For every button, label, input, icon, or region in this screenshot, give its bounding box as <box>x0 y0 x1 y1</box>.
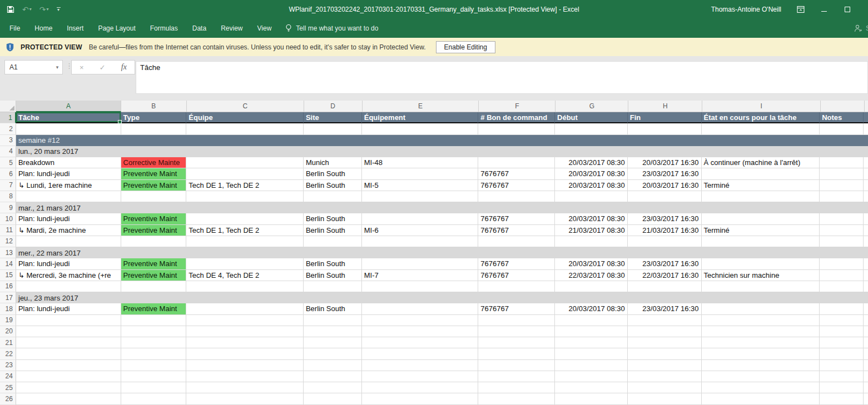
cell-F5[interactable] <box>478 157 555 168</box>
column-header-k[interactable] <box>865 101 868 112</box>
day-band-row[interactable]: lun., 20 mars 2017 <box>16 146 868 157</box>
cell-D24[interactable] <box>304 371 362 382</box>
cell-C21[interactable] <box>186 337 304 348</box>
cell-E20[interactable] <box>362 326 479 337</box>
cell-I11[interactable]: Terminé <box>702 225 820 236</box>
cell-G6[interactable]: 20/03/2017 08:30 <box>555 168 628 179</box>
row-header-13[interactable]: 13 <box>0 247 16 258</box>
cell-G23[interactable] <box>555 360 628 371</box>
cell-K24[interactable] <box>864 371 868 382</box>
cell-I10[interactable] <box>702 213 820 224</box>
cell-H6[interactable]: 23/03/2017 16:30 <box>628 168 702 179</box>
save-icon[interactable] <box>7 6 14 13</box>
cell-H10[interactable]: 23/03/2017 16:30 <box>628 213 702 224</box>
cell-H8[interactable] <box>628 191 702 202</box>
cell-D6[interactable]: Berlin South <box>304 168 362 179</box>
cell-B14[interactable]: Preventive Maint <box>121 258 187 269</box>
cell-H20[interactable] <box>628 326 702 337</box>
row-header-6[interactable]: 6 <box>0 168 16 179</box>
cell-K22[interactable] <box>864 348 868 359</box>
cell-G21[interactable] <box>555 337 628 348</box>
cell-F21[interactable] <box>478 337 555 348</box>
cell-K1[interactable] <box>864 112 868 123</box>
column-header-i[interactable]: I <box>702 101 821 112</box>
row-header-24[interactable]: 24 <box>0 371 16 382</box>
cell-K20[interactable] <box>864 326 868 337</box>
cell-A15[interactable]: ↳ Mercredi, 3e machine (+re <box>16 270 121 281</box>
cell-A5[interactable]: Breakdown <box>16 157 121 168</box>
cell-G19[interactable] <box>555 315 628 326</box>
cell-I2[interactable] <box>702 123 820 134</box>
cell-B10[interactable]: Preventive Maint <box>121 213 187 224</box>
cell-E5[interactable]: MI-48 <box>362 157 479 168</box>
undo-icon[interactable]: ↶▾ <box>22 6 32 13</box>
cell-G14[interactable]: 20/03/2017 08:30 <box>555 258 628 269</box>
cell-B24[interactable] <box>121 371 187 382</box>
ribbon-tab-insert[interactable]: Insert <box>59 18 91 38</box>
cell-J8[interactable] <box>820 191 864 202</box>
cell-G15[interactable]: 22/03/2017 08:30 <box>555 270 628 281</box>
cell-E26[interactable] <box>362 393 479 404</box>
cell-H24[interactable] <box>628 371 702 382</box>
cell-H12[interactable] <box>628 236 702 247</box>
row-header-7[interactable]: 7 <box>0 180 16 191</box>
cell-D14[interactable]: Berlin South <box>304 258 362 269</box>
cell-D8[interactable] <box>304 191 362 202</box>
share-button[interactable]: S <box>854 24 868 32</box>
cell-A18[interactable]: Plan: lundi-jeudi <box>16 303 121 314</box>
ribbon-tab-view[interactable]: View <box>250 18 279 38</box>
cell-B11[interactable]: Preventive Maint <box>121 225 187 236</box>
cell-I18[interactable] <box>702 303 820 314</box>
cell-J12[interactable] <box>820 236 864 247</box>
cell-C2[interactable] <box>186 123 304 134</box>
cell-J7[interactable] <box>820 180 864 191</box>
cell-C7[interactable]: Tech DE 1, Tech DE 2 <box>186 180 304 191</box>
cell-E23[interactable] <box>362 360 479 371</box>
week-band-row[interactable]: semaine #12 <box>16 135 868 146</box>
column-header-e[interactable]: E <box>363 101 479 112</box>
cell-I20[interactable] <box>702 326 820 337</box>
cell-J11[interactable] <box>820 225 864 236</box>
cell-K15[interactable] <box>864 270 868 281</box>
cell-C1[interactable]: Équipe <box>186 112 304 123</box>
cell-C23[interactable] <box>186 360 304 371</box>
cell-E18[interactable] <box>362 303 479 314</box>
cell-B21[interactable] <box>121 337 187 348</box>
column-header-j[interactable] <box>821 101 865 112</box>
row-header-10[interactable]: 10 <box>0 213 16 224</box>
cell-K10[interactable] <box>864 213 868 224</box>
cell-J23[interactable] <box>820 360 864 371</box>
cell-D26[interactable] <box>304 393 362 404</box>
column-header-h[interactable]: H <box>628 101 702 112</box>
cell-D5[interactable]: Munich <box>304 157 362 168</box>
cell-J21[interactable] <box>820 337 864 348</box>
row-header-18[interactable]: 18 <box>0 303 16 314</box>
cell-H26[interactable] <box>628 393 702 404</box>
cell-G2[interactable] <box>555 123 628 134</box>
cell-D1[interactable]: Site <box>304 112 362 123</box>
cell-F19[interactable] <box>478 315 555 326</box>
cell-G1[interactable]: Début <box>555 112 628 123</box>
cell-A6[interactable]: Plan: lundi-jeudi <box>16 168 121 179</box>
enter-icon[interactable]: ✓ <box>100 63 106 72</box>
cell-G8[interactable] <box>555 191 628 202</box>
ribbon-tab-formulas[interactable]: Formulas <box>143 18 185 38</box>
row-header-23[interactable]: 23 <box>0 360 16 371</box>
day-band-row[interactable]: mer., 22 mars 2017 <box>16 247 868 258</box>
cell-F18[interactable]: 7676767 <box>478 303 555 314</box>
cell-F20[interactable] <box>478 326 555 337</box>
cell-C5[interactable] <box>186 157 304 168</box>
cell-D25[interactable] <box>304 382 362 393</box>
cell-B19[interactable] <box>121 315 187 326</box>
cell-K16[interactable] <box>864 281 868 292</box>
cell-E24[interactable] <box>362 371 479 382</box>
cell-D12[interactable] <box>304 236 362 247</box>
cell-H25[interactable] <box>628 382 702 393</box>
cell-F6[interactable]: 7676767 <box>478 168 555 179</box>
cell-J20[interactable] <box>820 326 864 337</box>
row-header-26[interactable]: 26 <box>0 393 16 404</box>
cell-C14[interactable] <box>186 258 304 269</box>
cell-B7[interactable]: Preventive Maint <box>121 180 187 191</box>
cell-H15[interactable]: 22/03/2017 16:30 <box>628 270 702 281</box>
cell-E1[interactable]: Équipement <box>362 112 479 123</box>
